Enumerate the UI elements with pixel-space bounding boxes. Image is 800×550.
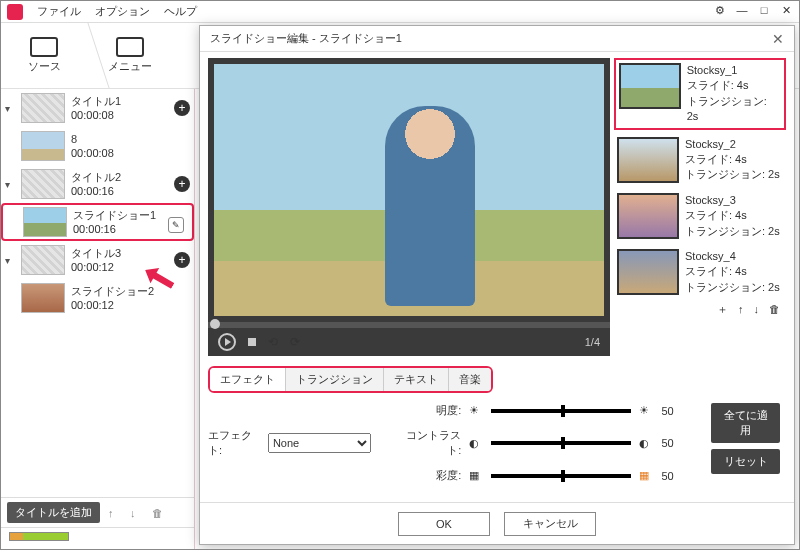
thumb-down-icon[interactable]: ↓ <box>754 303 760 315</box>
nav-source-label: ソース <box>28 59 61 74</box>
thumb-image <box>617 249 679 295</box>
tree-thumb <box>23 207 67 237</box>
thumbnail-item[interactable]: Stocksy_2スライド: 4sトランジション: 2s <box>614 134 786 186</box>
tree-item-label: タイトル3 <box>71 246 168 260</box>
saturation-low-icon: ▦ <box>469 469 483 482</box>
add-title-button[interactable]: タイトルを追加 <box>7 502 100 523</box>
window-maximize-icon[interactable]: □ <box>755 3 773 17</box>
dialog-close-icon[interactable]: ✕ <box>772 31 784 47</box>
saturation-label: 彩度: <box>401 468 461 483</box>
expand-icon[interactable]: ▾ <box>5 255 15 266</box>
thumb-footer: ＋ ↑ ↓ 🗑 <box>614 298 786 320</box>
sidebar: ▾タイトル100:00:08+800:00:08▾タイトル200:00:16+ス… <box>1 89 195 549</box>
tree-item[interactable]: ▾タイトル200:00:16+ <box>1 165 194 203</box>
add-button[interactable]: + <box>174 100 190 116</box>
contrast-value: 50 <box>661 437 681 449</box>
thumb-image <box>617 137 679 183</box>
menu-option[interactable]: オプション <box>95 4 150 19</box>
preview-player: ⟲ ⟳ 1/4 <box>208 58 610 356</box>
thumb-slide: スライド: 4s <box>687 78 781 93</box>
nav-menu[interactable]: メニュー <box>87 23 173 88</box>
tree-item-time: 00:00:08 <box>71 146 190 160</box>
slide-counter: 1/4 <box>585 336 600 348</box>
expand-icon[interactable]: ▾ <box>5 103 15 114</box>
window-close-icon[interactable]: ✕ <box>777 3 795 17</box>
thumbnail-item[interactable]: Stocksy_3スライド: 4sトランジション: 2s <box>614 190 786 242</box>
effect-tabs: エフェクト トランジション テキスト 音楽 <box>208 366 493 393</box>
apply-all-button[interactable]: 全てに適用 <box>711 403 780 443</box>
add-button[interactable]: + <box>174 252 190 268</box>
thumb-trans: トランジション: 2s <box>685 167 780 182</box>
preview-viewport <box>208 58 610 322</box>
sidebar-up-icon[interactable]: ↑ <box>108 507 122 519</box>
thumb-name: Stocksy_1 <box>687 63 781 78</box>
nav-source[interactable]: ソース <box>1 23 87 88</box>
menu-help[interactable]: ヘルプ <box>164 4 197 19</box>
cancel-button[interactable]: キャンセル <box>504 512 596 536</box>
slideshow-edit-dialog: スライドショー編集 - スライドショー1 ✕ ⟲ ⟳ 1/4 Stocksy_1… <box>199 25 795 545</box>
rotate-right-icon[interactable]: ⟳ <box>290 335 300 349</box>
rotate-left-icon[interactable]: ⟲ <box>268 335 278 349</box>
tree-item-label: タイトル1 <box>71 94 168 108</box>
reset-button[interactable]: リセット <box>711 449 780 474</box>
sidebar-trash-icon[interactable]: 🗑 <box>152 507 166 519</box>
tree-item-time: 00:00:16 <box>71 184 168 198</box>
tree-item[interactable]: ▾タイトル300:00:12+ <box>1 241 194 279</box>
contrast-label: コントラスト: <box>401 428 461 458</box>
sidebar-footer: タイトルを追加 ↑ ↓ 🗑 <box>1 497 194 527</box>
tree-item[interactable]: スライドショー100:00:16✎ <box>1 203 194 241</box>
thumb-image <box>617 193 679 239</box>
expand-icon[interactable]: ▾ <box>5 179 15 190</box>
tree-thumb <box>21 245 65 275</box>
app-logo <box>7 4 23 20</box>
menu-file[interactable]: ファイル <box>37 4 81 19</box>
tree: ▾タイトル100:00:08+800:00:08▾タイトル200:00:16+ス… <box>1 89 194 497</box>
tab-transition[interactable]: トランジション <box>286 368 384 391</box>
tab-text[interactable]: テキスト <box>384 368 449 391</box>
dialog-header: スライドショー編集 - スライドショー1 ✕ <box>200 26 794 52</box>
thumb-slide: スライド: 4s <box>685 152 780 167</box>
ok-button[interactable]: OK <box>398 512 490 536</box>
tree-item[interactable]: ▾タイトル100:00:08+ <box>1 89 194 127</box>
saturation-value: 50 <box>661 470 681 482</box>
thumb-up-icon[interactable]: ↑ <box>738 303 744 315</box>
thumb-image <box>619 63 681 109</box>
contrast-low-icon: ◐ <box>469 437 483 450</box>
edit-button[interactable]: ✎ <box>168 217 184 233</box>
window-minimize-icon[interactable]: — <box>733 3 751 17</box>
thumb-add-icon[interactable]: ＋ <box>717 302 728 317</box>
thumb-name: Stocksy_3 <box>685 193 780 208</box>
thumbnail-item[interactable]: Stocksy_1スライド: 4sトランジション: 2s <box>614 58 786 130</box>
dialog-title: スライドショー編集 - スライドショー1 <box>210 31 402 46</box>
contrast-high-icon: ◐ <box>639 437 653 450</box>
brightness-label: 明度: <box>401 403 461 418</box>
saturation-slider[interactable] <box>491 474 631 478</box>
thumb-trash-icon[interactable]: 🗑 <box>769 303 780 315</box>
stop-button[interactable] <box>248 338 256 346</box>
brightness-high-icon: ☀ <box>639 404 653 417</box>
player-controls: ⟲ ⟳ 1/4 <box>208 328 610 356</box>
tab-music[interactable]: 音楽 <box>449 368 491 391</box>
add-button[interactable]: + <box>174 176 190 192</box>
source-icon <box>30 37 58 57</box>
window-gear-icon[interactable]: ⚙ <box>711 3 729 17</box>
tree-thumb <box>21 131 65 161</box>
tree-item-time: 00:00:08 <box>71 108 168 122</box>
nav-menu-label: メニュー <box>108 59 152 74</box>
brightness-slider[interactable] <box>491 409 631 413</box>
tree-item-label: 8 <box>71 132 190 146</box>
dialog-footer: OK キャンセル <box>200 502 794 544</box>
scrub-bar[interactable] <box>208 322 610 328</box>
tree-thumb <box>21 283 65 313</box>
play-button[interactable] <box>218 333 236 351</box>
brightness-low-icon: ☀ <box>469 404 483 417</box>
tab-effect[interactable]: エフェクト <box>210 368 286 391</box>
thumb-name: Stocksy_2 <box>685 137 780 152</box>
saturation-high-icon: ▦ <box>639 469 653 482</box>
tree-item[interactable]: 800:00:08 <box>1 127 194 165</box>
sidebar-down-icon[interactable]: ↓ <box>130 507 144 519</box>
effect-label: エフェクト: <box>208 428 258 458</box>
thumbnail-item[interactable]: Stocksy_4スライド: 4sトランジション: 2s <box>614 246 786 298</box>
contrast-slider[interactable] <box>491 441 631 445</box>
effect-select[interactable]: None <box>268 433 371 453</box>
